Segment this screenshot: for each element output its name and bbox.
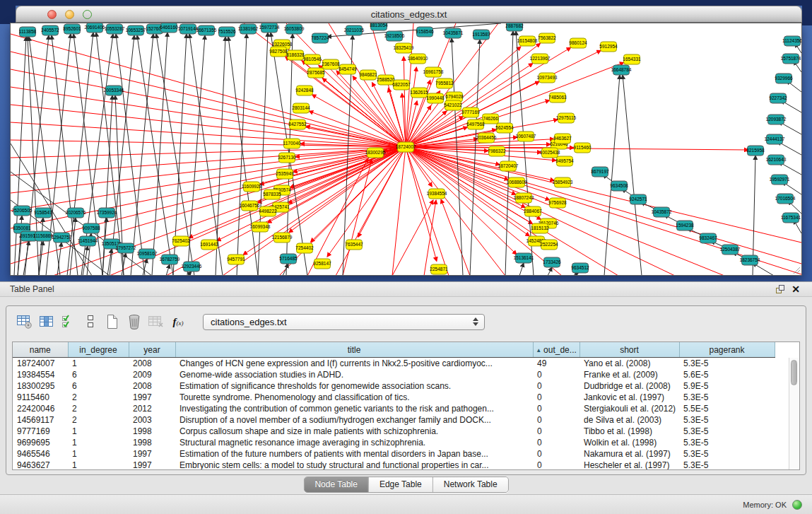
table-cell[interactable]: Investigating the contribution of common… [175, 403, 533, 414]
network-node[interactable]: 9158546 [416, 27, 434, 37]
network-node[interactable]: 10607487 [516, 132, 536, 141]
network-node[interactable]: 7515526 [218, 27, 236, 37]
network-node[interactable]: 18640910 [408, 54, 428, 64]
table-row[interactable]: 1872400712008Changes of HCN gene express… [13, 358, 775, 370]
network-edge[interactable] [424, 200, 436, 275]
network-node[interactable]: 10435871 [443, 28, 464, 38]
network-node[interactable]: 9846821 [359, 70, 377, 80]
network-node[interactable]: 1691443 [200, 240, 218, 250]
network-node[interactable]: 15972734 [259, 23, 280, 33]
table-cell[interactable]: 1997 [129, 448, 175, 460]
network-node[interactable]: 1170040 [283, 139, 301, 148]
network-node[interactable]: 2522254 [540, 240, 558, 250]
table-cell[interactable]: 18300295 [13, 380, 68, 392]
network-node[interactable]: 3267130 [278, 153, 296, 163]
function-builder-button[interactable]: f(x) [170, 313, 187, 330]
network-node[interactable]: 8427552 [288, 119, 307, 129]
network-node[interactable]: 20691406 [85, 23, 105, 33]
network-node[interactable]: 20053346 [104, 86, 124, 95]
network-node[interactable]: 2884067 [524, 206, 542, 216]
network-node[interactable]: 9777169 [461, 107, 480, 117]
table-cell[interactable]: 22420046 [13, 403, 68, 414]
table-cell[interactable]: Tourette syndrome. Phenomenology and cla… [175, 392, 533, 403]
network-node[interactable]: 16782759 [160, 255, 180, 264]
network-canvas[interactable]: 1113858240557289526012069140610553287106… [10, 23, 802, 276]
network-node[interactable]: 6822057 [392, 80, 411, 90]
table-cell[interactable]: Tibbo et al. (1998) [579, 426, 679, 437]
table-row[interactable]: 946554611997Estimation of the future num… [13, 448, 775, 460]
network-node[interactable]: 1362615 [410, 88, 428, 98]
network-node[interactable]: 10435872 [652, 207, 672, 217]
window-titlebar[interactable]: citations_edges.txt [16, 6, 802, 23]
table-cell[interactable]: 9465546 [13, 448, 68, 460]
column-header-pagerank[interactable]: pagerank [679, 342, 775, 358]
network-node[interactable]: 2405572 [41, 25, 59, 35]
tab-network-table[interactable]: Network Table [433, 477, 508, 492]
network-edge[interactable] [187, 271, 192, 275]
table-cell[interactable]: 1 [68, 448, 129, 460]
table-row[interactable]: 1456911722003Disruption of a novel membe… [13, 414, 775, 426]
network-edge[interactable] [11, 87, 406, 147]
network-node[interactable]: 5912954 [599, 42, 618, 52]
column-header-title[interactable]: title [175, 342, 533, 358]
network-node[interactable]: 9463627 [553, 134, 572, 144]
network-node[interactable]: 1990448 [426, 93, 445, 103]
table-cell[interactable]: 18724007 [13, 358, 68, 370]
table-cell[interactable]: 2 [68, 403, 129, 414]
network-node[interactable]: 19384554 [427, 189, 447, 199]
network-node[interactable]: 2535949 [276, 169, 294, 179]
network-graph[interactable]: 1113858240557289526012069140610553287106… [11, 23, 801, 275]
network-node[interactable]: 12504387 [720, 245, 741, 255]
network-node[interactable]: 9860124 [569, 38, 587, 48]
network-node[interactable]: 2254871 [430, 264, 448, 274]
table-cell[interactable]: 9463627 [13, 460, 68, 470]
network-edge[interactable] [166, 264, 170, 275]
table-cell[interactable]: 5.3E-5 [679, 426, 775, 437]
table-cell[interactable]: Disruption of a novel member of a sodium… [175, 414, 533, 426]
table-row[interactable]: 911546021997Tourette syndrome. Phenomeno… [13, 392, 775, 403]
table-cell[interactable]: 1 [68, 437, 129, 448]
network-node[interactable]: 20364456 [476, 133, 497, 143]
network-node[interactable]: 19218506 [384, 31, 405, 41]
table-cell[interactable]: 5.3E-5 [679, 448, 775, 460]
table-cell[interactable]: 49 [533, 358, 579, 370]
table-cell[interactable]: 0 [533, 448, 579, 460]
table-cell[interactable]: 9115460 [13, 392, 68, 403]
delete-columns-button[interactable] [126, 313, 143, 330]
float-panel-button[interactable] [772, 283, 788, 296]
network-node[interactable]: 6466160 [160, 23, 178, 33]
network-node[interactable]: 12444137 [765, 134, 785, 144]
network-node[interactable]: 11609928 [242, 182, 262, 192]
table-cell[interactable]: Embryonic stem cells: a model to study s… [175, 460, 533, 470]
network-node[interactable]: 7635447 [345, 240, 363, 250]
table-cell[interactable]: 1 [68, 460, 129, 470]
network-node[interactable]: 10688609 [507, 177, 527, 187]
network-node[interactable]: 16648784 [611, 65, 632, 75]
network-node[interactable]: 5624554 [495, 123, 514, 133]
network-node[interactable]: 9810546 [303, 54, 322, 64]
network-node[interactable]: 8454749 [339, 64, 357, 74]
resize-handle-icon[interactable] [792, 266, 801, 274]
table-cell[interactable]: 1997 [129, 460, 175, 470]
network-node[interactable]: 11381962 [238, 24, 259, 34]
network-node[interactable]: 10958167 [137, 249, 158, 259]
table-row[interactable]: 946362711997Embryonic stem cells: a mode… [13, 460, 775, 470]
network-node[interactable]: 9158547 [34, 208, 52, 218]
network-node[interactable]: 9634508 [610, 181, 628, 191]
network-node[interactable]: 9832467 [699, 233, 717, 243]
scrollbar-thumb[interactable] [791, 360, 797, 385]
network-node[interactable]: 18720407 [498, 161, 519, 171]
network-node[interactable]: 15854923 [553, 177, 573, 187]
network-node[interactable]: 7254402 [295, 243, 314, 253]
table-row[interactable]: 969969511998Structural magnetic resonanc… [13, 437, 775, 448]
network-edge[interactable] [11, 69, 406, 147]
table-cell[interactable]: 2 [68, 392, 129, 403]
network-node[interactable]: 9227342 [769, 93, 787, 103]
network-node[interactable]: 16154808 [517, 36, 538, 46]
table-cell[interactable]: 5.6E-5 [679, 369, 775, 380]
network-edge[interactable] [548, 267, 552, 275]
table-cell[interactable]: 0 [533, 392, 579, 403]
column-header-short[interactable]: short [579, 342, 679, 358]
table-row[interactable]: 977716911998Corpus callosum shape and si… [13, 426, 775, 437]
network-node[interactable]: 17359924 [97, 208, 117, 218]
